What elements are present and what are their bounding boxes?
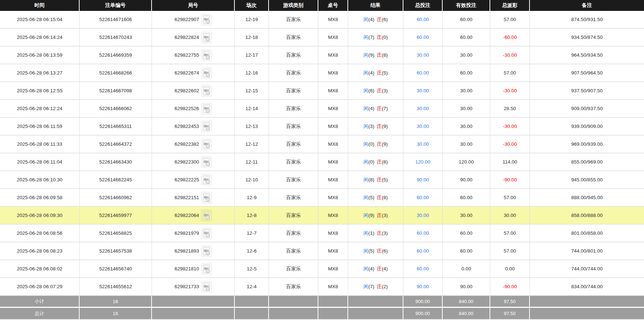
video-replay-icon	[202, 104, 210, 113]
game-type-cell: 百家乐	[269, 207, 318, 225]
video-replay-button[interactable]	[201, 14, 212, 25]
video-replay-icon	[202, 193, 210, 202]
table-row[interactable]: 2025-06-28 06:13:27 522614668266 6298226…	[0, 64, 644, 82]
remark-cell: 945.00/855.00	[530, 171, 644, 189]
table-row[interactable]: 2025-06-28 06:11:59 522614665311 6298224…	[0, 118, 644, 136]
result-cell: 闲(9)庄(3)	[348, 207, 403, 225]
video-replay-button[interactable]	[201, 245, 212, 257]
table-number-cell: MX8	[318, 136, 348, 153]
banker-label: 庄	[377, 70, 382, 76]
video-replay-button[interactable]	[201, 138, 212, 150]
time-cell: 2025-06-28 06:07:29	[0, 278, 80, 296]
video-replay-button[interactable]	[201, 156, 212, 168]
video-replay-button[interactable]	[201, 281, 212, 293]
player-score: (3)	[369, 124, 375, 129]
table-row[interactable]: 2025-06-28 06:09:30 522614659977 6298220…	[0, 207, 644, 225]
table-number-cell: MX8	[318, 171, 348, 189]
banker-score: (5)	[382, 177, 388, 182]
time-cell: 2025-06-28 06:10:30	[0, 171, 80, 189]
game-type-cell: 百家乐	[269, 29, 318, 47]
game-number: 629822453	[174, 124, 199, 129]
result-cell: 闲(6)庄(3)	[348, 82, 403, 100]
table-row[interactable]: 2025-06-28 06:08:56 522614658825 6298219…	[0, 225, 644, 242]
video-replay-icon	[202, 211, 210, 220]
bet-records-page: 时间 注单编号 局号 场次 游戏类别 桌号 结果 总投注 有效投注 总派彩 备注…	[0, 0, 644, 326]
banker-score: (3)	[382, 88, 388, 93]
game-number: 629822755	[174, 52, 199, 58]
game-number-cell: 629821893	[152, 242, 235, 260]
game-number: 629822382	[174, 141, 199, 147]
player-label: 闲	[363, 88, 369, 93]
banker-label: 庄	[377, 195, 382, 200]
table-number-cell: MX8	[318, 260, 348, 278]
payout-cell: -30.00	[490, 136, 530, 153]
table-row[interactable]: 2025-06-28 06:08:23 522614657538 6298218…	[0, 242, 644, 260]
valid-bet-cell: 90.00	[443, 278, 490, 296]
time-cell: 2025-06-28 06:14:24	[0, 29, 80, 47]
game-number: 629822526	[174, 106, 199, 111]
remark-cell: 874.50/931.50	[530, 11, 644, 29]
video-replay-icon	[202, 33, 210, 42]
video-replay-button[interactable]	[201, 263, 212, 275]
table-row[interactable]: 2025-06-28 06:13:59 522614669359 6298227…	[0, 47, 644, 64]
video-replay-icon	[202, 122, 210, 131]
remark-cell: 907.50/964.50	[530, 64, 644, 82]
game-number-cell: 629822064	[152, 207, 235, 225]
game-number-cell: 629822824	[152, 29, 235, 47]
banker-score: (0)	[382, 35, 388, 40]
table-row[interactable]: 2025-06-28 06:08:02 522614656740 6298218…	[0, 260, 644, 278]
session-cell: 12-14	[235, 100, 269, 118]
order-number-cell: 522614669359	[80, 47, 152, 64]
table-row[interactable]: 2025-06-28 06:09:58 522614660962 6298221…	[0, 189, 644, 207]
payout-cell: 57.00	[490, 11, 530, 29]
subtotal-count: 16	[80, 296, 152, 308]
table-row[interactable]: 2025-06-28 06:07:29 522614655612 6298217…	[0, 278, 644, 296]
game-number-cell: 629822382	[152, 136, 235, 153]
order-number-cell: 522614671606	[80, 11, 152, 29]
video-replay-button[interactable]	[201, 210, 212, 221]
video-replay-button[interactable]	[201, 192, 212, 204]
banker-label: 庄	[377, 159, 382, 165]
order-number-cell: 522614659977	[80, 207, 152, 225]
table-row[interactable]: 2025-06-28 06:11:04 522614663430 6298223…	[0, 153, 644, 171]
table-row[interactable]: 2025-06-28 06:10:30 522614662245 6298222…	[0, 171, 644, 189]
order-number-cell: 522614668266	[80, 64, 152, 82]
video-replay-button[interactable]	[201, 49, 212, 61]
valid-bet-cell: 60.00	[443, 11, 490, 29]
order-number-cell: 522614665311	[80, 118, 152, 136]
banker-label: 庄	[377, 248, 382, 254]
result-cell: 闲(8)庄(5)	[348, 171, 403, 189]
game-number: 629821733	[174, 284, 199, 289]
table-row[interactable]: 2025-06-28 06:14:24 522614670243 6298228…	[0, 29, 644, 47]
player-label: 闲	[363, 248, 369, 254]
remark-cell: 801.00/858.00	[530, 225, 644, 242]
game-number: 629822064	[174, 213, 199, 218]
video-replay-icon	[202, 176, 210, 184]
video-replay-button[interactable]	[201, 228, 212, 239]
banker-score: (8)	[382, 159, 388, 165]
table-row[interactable]: 2025-06-28 06:15:04 522614671606 6298229…	[0, 11, 644, 29]
payout-cell: 0.00	[490, 260, 530, 278]
order-number-cell: 522614655612	[80, 278, 152, 296]
time-cell: 2025-06-28 06:13:59	[0, 47, 80, 64]
table-row[interactable]: 2025-06-28 06:11:33 522614664372 6298223…	[0, 136, 644, 153]
video-replay-button[interactable]	[201, 85, 212, 97]
column-header-table-number: 桌号	[318, 0, 348, 11]
video-replay-button[interactable]	[201, 67, 212, 79]
table-number-cell: MX8	[318, 100, 348, 118]
video-replay-button[interactable]	[201, 32, 212, 43]
remark-cell: 834.00/744.00	[530, 278, 644, 296]
video-replay-button[interactable]	[201, 121, 212, 132]
time-cell: 2025-06-28 06:12:55	[0, 82, 80, 100]
valid-bet-cell: 60.00	[443, 242, 490, 260]
session-cell: 12-17	[235, 47, 269, 64]
video-replay-button[interactable]	[201, 174, 212, 186]
column-header-time: 时间	[0, 0, 80, 11]
table-footer: 小计 16 900.00 840.00 97.50 总计 16 900.00 8…	[0, 296, 644, 320]
table-row[interactable]: 2025-06-28 06:12:24 522614666062 6298225…	[0, 100, 644, 118]
table-row[interactable]: 2025-06-28 06:12:55 522614667098 6298226…	[0, 82, 644, 100]
video-replay-button[interactable]	[201, 103, 212, 114]
video-replay-icon	[202, 265, 210, 273]
result-cell: 闲(5)庄(6)	[348, 242, 403, 260]
table-number-cell: MX8	[318, 64, 348, 82]
